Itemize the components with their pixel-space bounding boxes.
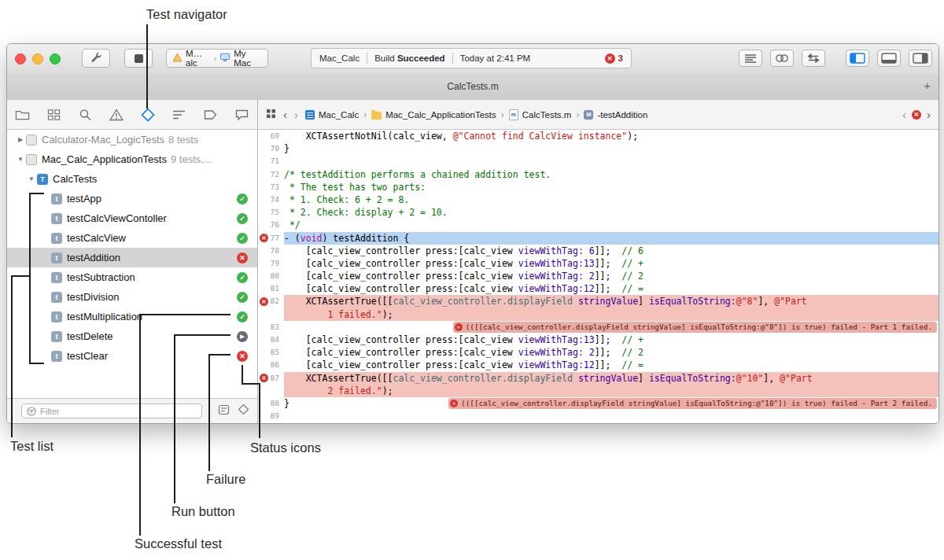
gutter[interactable]: 75 (258, 206, 284, 219)
code-text[interactable]: [calc_view_controller press:[calc_view v… (284, 257, 938, 270)
find-navigator-button[interactable] (70, 109, 101, 121)
status-fail-icon[interactable]: ✕ (237, 252, 248, 263)
forward-button[interactable]: › (294, 109, 298, 120)
gutter[interactable]: ✕87 (258, 372, 284, 385)
test-row-Calculator-Mac_LogicTests[interactable]: ▶Calculator-Mac_LogicTests8 tests (7, 130, 257, 149)
gutter[interactable]: 83 (258, 321, 284, 333)
test-failure-banner[interactable]: ✕(([[calc_view_controller.displayField s… (448, 398, 937, 409)
report-navigator-button[interactable] (226, 109, 257, 121)
code-text[interactable]: [calc_view_controller press:[calc_view v… (284, 359, 938, 371)
test-row-testMultiplication[interactable]: ttestMultiplication✓ (7, 307, 257, 326)
test-row-testAddition[interactable]: ttestAddition✕ (7, 248, 257, 267)
gutter[interactable]: 70 (258, 142, 284, 155)
gutter[interactable] (258, 385, 284, 397)
code-text[interactable]: } (284, 142, 938, 155)
test-failure-banner[interactable]: ✕(([[calc_view_controller.displayField s… (453, 322, 937, 333)
code-text[interactable]: * 2. Check: display + 2 = 10. (284, 206, 938, 219)
code-text[interactable]: [calc_view_controller press:[calc_view v… (284, 270, 938, 282)
close-button[interactable] (15, 53, 26, 64)
test-row-Mac_Calc_ApplicationTests[interactable]: ▼Mac_Calc_ApplicationTests9 tests,... (7, 149, 257, 169)
gutter[interactable]: 79 (258, 257, 284, 270)
debug-navigator-button[interactable] (164, 109, 195, 120)
code-text[interactable]: /* testAddition performs a chained addit… (284, 168, 938, 181)
test-navigator-button[interactable] (132, 108, 164, 122)
status-fail-icon[interactable]: ✕ (237, 351, 248, 362)
new-tab-button[interactable]: + (924, 79, 931, 92)
gutter[interactable]: 81 (258, 282, 284, 295)
gutter[interactable]: 78 (258, 245, 284, 257)
status-pass-icon[interactable]: ✓ (237, 213, 248, 224)
disclosure-down-icon[interactable]: ▼ (15, 156, 26, 163)
status-pass-icon[interactable]: ✓ (237, 311, 248, 322)
gutter[interactable]: 89 (258, 410, 284, 422)
back-button[interactable]: ‹ (283, 109, 287, 120)
code-text[interactable]: [calc_view_controller press:[calc_view v… (284, 346, 938, 359)
run-toolbar-button[interactable] (82, 49, 110, 68)
gutter[interactable]: 80 (258, 270, 284, 282)
gutter[interactable]: ✕77 (258, 232, 284, 245)
error-badge-icon[interactable]: ✕ (260, 374, 268, 382)
source-editor[interactable]: 69 XCTAssertNotNil(calc_view, @"Cannot f… (258, 130, 938, 423)
code-text[interactable] (284, 410, 938, 422)
gutter[interactable]: 69 (258, 130, 284, 142)
gutter[interactable]: ✕82 (258, 295, 284, 308)
code-text[interactable]: XCTAssertTrue([[calc_view_controller.dis… (284, 372, 938, 385)
test-row-testCalcView[interactable]: ttestCalcView✓ (7, 228, 257, 248)
status-pass-icon[interactable]: ✓ (237, 233, 248, 244)
gutter[interactable]: 72 (258, 168, 284, 181)
breadcrumb-item[interactable]: Mac_Calc (305, 110, 359, 120)
code-text[interactable]: * The test has two parts: (284, 181, 938, 193)
assistant-editor-button[interactable] (770, 50, 794, 67)
gutter[interactable]: 88 (258, 397, 284, 410)
code-text[interactable]: - (void) testAddition { (284, 232, 938, 245)
disclosure-down-icon[interactable]: ▼ (26, 175, 37, 182)
gutter[interactable]: 71 (258, 155, 284, 168)
status-pass-icon[interactable]: ✓ (237, 272, 248, 283)
code-text[interactable]: 2 failed."); (284, 385, 938, 397)
gutter[interactable]: 73 (258, 181, 284, 193)
disclosure-right-icon[interactable]: ▶ (15, 136, 26, 143)
next-issue-button[interactable]: › (927, 109, 931, 120)
show-checked-tests-button[interactable] (218, 404, 230, 418)
standard-editor-button[interactable] (739, 50, 762, 67)
breadcrumb-item[interactable]: Mac_Calc_ApplicationTests (371, 110, 496, 120)
tab-calctests[interactable]: CalcTests.m (447, 81, 498, 92)
toggle-navigator-button[interactable] (846, 50, 869, 67)
test-row-CalcTests[interactable]: ▼TCalcTests (7, 169, 257, 189)
breakpoint-navigator-button[interactable] (195, 109, 227, 120)
code-text[interactable]: * 1. Check: 6 + 2 = 8. (284, 193, 938, 206)
filter-field[interactable]: Filter (21, 403, 202, 418)
stop-button[interactable] (124, 49, 153, 68)
code-text[interactable]: XCTAssertNotNil(calc_view, @"Cannot find… (284, 130, 938, 142)
code-text[interactable] (284, 155, 938, 168)
status-pass-icon[interactable]: ✓ (237, 292, 248, 303)
error-icon[interactable]: ✕ (912, 110, 921, 120)
scheme-selector[interactable]: M…alc › My Mac (166, 49, 268, 68)
code-text[interactable]: XCTAssertTrue([[calc_view_controller.dis… (284, 295, 938, 308)
code-text[interactable]: [calc_view_controller press:[calc_view v… (284, 245, 938, 257)
symbol-navigator-button[interactable] (39, 109, 70, 121)
code-text[interactable]: */ (284, 219, 938, 231)
breadcrumb-item[interactable]: M-testAddition (584, 110, 647, 120)
status-run-icon[interactable]: ▶ (237, 331, 248, 342)
issue-navigator-button[interactable] (101, 109, 132, 121)
code-text[interactable]: [calc_view_controller press:[calc_view v… (284, 333, 938, 346)
toggle-debug-area-button[interactable] (877, 50, 901, 67)
error-count-badge[interactable]: ✕ 3 (605, 53, 623, 64)
gutter[interactable]: 86 (258, 359, 284, 371)
status-pass-icon[interactable]: ✓ (237, 193, 248, 204)
related-items-button[interactable] (266, 109, 276, 120)
code-text[interactable]: [calc_view_controller press:[calc_view v… (284, 282, 938, 295)
test-row-testSubtraction[interactable]: ttestSubtraction✓ (7, 267, 257, 287)
show-failed-tests-button[interactable] (238, 403, 249, 418)
gutter[interactable]: 85 (258, 346, 284, 359)
error-badge-icon[interactable]: ✕ (260, 234, 268, 242)
gutter[interactable]: 74 (258, 193, 284, 206)
previous-issue-button[interactable]: ‹ (902, 109, 906, 120)
test-row-testClear[interactable]: ttestClear✕ (7, 346, 257, 366)
test-row-testCalcViewContoller[interactable]: ttestCalcViewContoller✓ (7, 208, 257, 228)
gutter[interactable] (258, 308, 284, 321)
test-row-testDivision[interactable]: ttestDivision✓ (7, 287, 257, 307)
gutter[interactable]: 76 (258, 219, 284, 231)
zoom-button[interactable] (50, 53, 61, 64)
